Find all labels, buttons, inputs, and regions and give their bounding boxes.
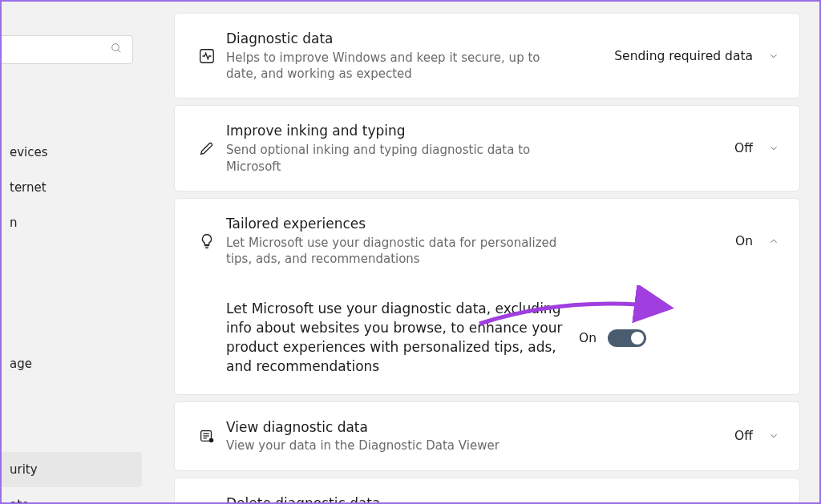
row-status: Sending required data	[614, 49, 753, 63]
sidebar: evices ternet n age urity ate	[2, 2, 142, 502]
row-tailored-experiences-detail: Let Microsoft use your diagnostic data, …	[174, 282, 800, 394]
sidebar-item-update[interactable]: ate	[2, 487, 142, 504]
sidebar-item-label: ate	[10, 498, 29, 504]
row-desc: View your data in the Diagnostic Data Vi…	[226, 437, 579, 454]
sidebar-item-label: evices	[10, 145, 48, 159]
row-status: On	[735, 234, 753, 248]
sidebar-nav: evices ternet n age urity ate	[2, 99, 142, 504]
svg-point-0	[112, 44, 119, 51]
pen-icon	[188, 139, 226, 157]
row-desc: Send optional inking and typing diagnost…	[226, 142, 579, 175]
chevron-up-icon	[767, 236, 780, 247]
chevron-down-icon	[767, 430, 780, 442]
search-input[interactable]	[0, 35, 133, 64]
sidebar-item-label: age	[10, 357, 32, 371]
chevron-down-icon	[767, 143, 780, 154]
chevron-down-icon	[767, 50, 780, 62]
tailored-toggle[interactable]	[608, 329, 646, 347]
svg-point-7	[209, 438, 214, 443]
row-improve-inking[interactable]: Improve inking and typing Send optional …	[174, 105, 800, 191]
sidebar-item-label: urity	[10, 462, 38, 477]
toggle-knob	[631, 332, 644, 345]
lightbulb-icon	[188, 232, 226, 250]
toggle-description: Let Microsoft use your diagnostic data, …	[226, 300, 579, 376]
search-icon	[110, 42, 123, 58]
row-title: Diagnostic data	[226, 30, 605, 48]
row-tailored-experiences[interactable]: Tailored experiences Let Microsoft use y…	[174, 198, 800, 283]
row-delete-diagnostic-data[interactable]: Delete diagnostic data Clear diagnostic …	[174, 478, 800, 504]
row-status: Off	[734, 141, 753, 155]
row-diagnostic-data[interactable]: Diagnostic data Helps to improve Windows…	[174, 13, 800, 99]
row-desc: Helps to improve Windows and keep it sec…	[226, 50, 563, 83]
sidebar-item-security[interactable]: urity	[2, 452, 142, 487]
row-title: Tailored experiences	[226, 215, 726, 233]
row-desc: Let Microsoft use your diagnostic data f…	[226, 235, 579, 268]
main-content: Diagnostic data Helps to improve Windows…	[142, 2, 819, 502]
sidebar-item-internet[interactable]: ternet	[2, 170, 142, 205]
toggle-state-label: On	[579, 331, 597, 345]
sidebar-item-storage[interactable]: age	[2, 346, 142, 381]
row-title: View diagnostic data	[226, 418, 725, 437]
heartbeat-icon	[188, 47, 226, 65]
row-view-diagnostic-data[interactable]: View diagnostic data View your data in t…	[174, 401, 800, 471]
row-status: Off	[734, 429, 753, 443]
sidebar-item-personalization[interactable]: n	[2, 205, 142, 240]
list-icon	[188, 427, 226, 445]
sidebar-item-label: n	[10, 216, 18, 230]
row-title: Delete diagnostic data	[226, 494, 758, 504]
row-title: Improve inking and typing	[226, 122, 725, 140]
svg-line-1	[118, 50, 120, 52]
sidebar-item-devices[interactable]: evices	[2, 135, 142, 170]
sidebar-item-label: ternet	[10, 180, 47, 195]
